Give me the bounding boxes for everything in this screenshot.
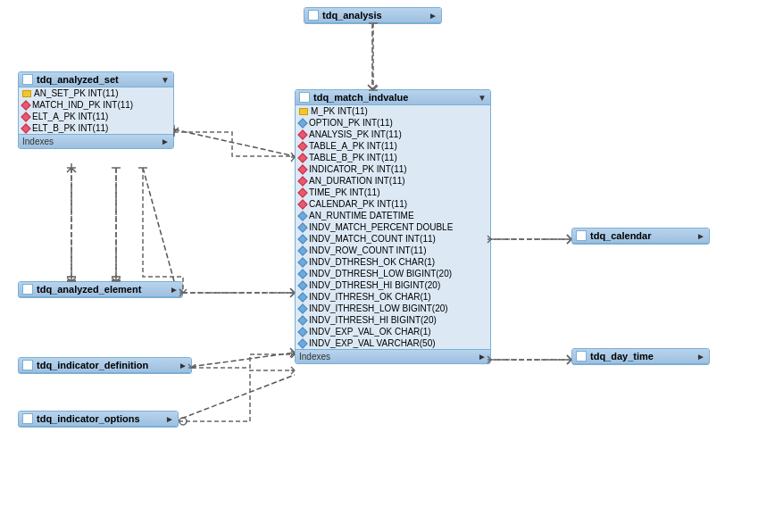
er-diagram-canvas: tdq_analysis ► tdq_analyzed_set ▼ AN_SET… [0,0,775,532]
field-row: INDV_ITHRESH_HI BIGINT(20) [296,314,490,326]
table-expand-arrow[interactable]: ► [429,11,438,21]
field-text: INDV_ROW_COUNT INT(11) [309,245,427,255]
field-row: ANALYSIS_PK INT(11) [296,129,490,140]
diamond-blue-icon [297,211,307,220]
table-expand-arrow[interactable]: ► [165,414,174,424]
diamond-blue-icon [297,118,307,128]
field-row: INDV_EXP_VAL VARCHAR(50) [296,337,490,349]
svg-line-85 [291,370,295,374]
diamond-blue-icon [297,222,307,232]
diamond-icon [297,129,307,139]
table-tdq-calendar[interactable]: tdq_calendar ► [571,228,710,245]
indexes-arrow[interactable]: ► [161,137,170,146]
table-tdq-analyzed-element[interactable]: tdq_analyzed_element ► [18,281,183,298]
field-text: INDV_ITHRESH_OK CHAR(1) [309,292,431,302]
indexes-arrow[interactable]: ► [478,352,487,362]
table-name: tdq_indicator_options [37,413,162,424]
table-tdq-analyzed-set[interactable]: tdq_analyzed_set ▼ AN_SET_PK INT(11) MAT… [18,71,174,149]
table-name: tdq_analysis [322,10,425,21]
field-text: TABLE_B_PK INT(11) [309,153,397,162]
diamond-blue-icon [297,234,307,244]
diamond-icon [297,141,307,151]
field-row: INDV_DTHRESH_HI BIGINT(20) [296,279,490,291]
field-text: INDV_ITHRESH_LOW BIGINT(20) [309,303,448,313]
diamond-icon [297,199,307,209]
table-tdq-indicator-options[interactable]: tdq_indicator_options ► [18,411,179,428]
field-text: ANALYSIS_PK INT(11) [309,129,402,139]
field-text: M_PK INT(11) [311,106,368,116]
field-row: INDV_EXP_VAL_OK CHAR(1) [296,326,490,337]
field-row: MATCH_IND_PK INT(11) [19,99,173,111]
diamond-blue-icon [297,280,307,290]
table-tdq-analysis[interactable]: tdq_analysis ► [304,7,442,24]
table-name: tdq_indicator_definition [37,360,175,370]
field-text: ELT_A_PK INT(11) [32,112,108,121]
table-expand-arrow[interactable]: ► [696,231,705,241]
table-expand-arrow[interactable]: ► [696,352,705,362]
field-row: INDICATOR_PK INT(11) [296,163,490,175]
field-row: INDV_MATCH_COUNT INT(11) [296,233,490,245]
field-row: INDV_ITHRESH_LOW BIGINT(20) [296,303,490,314]
field-row: OPTION_PK INT(11) [296,117,490,129]
table-sort-arrow[interactable]: ▼ [161,75,170,85]
svg-line-64 [183,289,187,293]
field-row: AN_SET_PK INT(11) [19,87,173,99]
svg-line-7 [174,128,179,132]
field-text: MATCH_IND_PK INT(11) [32,100,133,110]
diamond-blue-icon [297,327,307,337]
field-text: OPTION_PK INT(11) [309,118,393,128]
field-text: AN_SET_PK INT(11) [34,88,118,98]
table-icon [299,92,310,103]
table-tdq-day-time[interactable]: tdq_day_time ► [571,348,710,365]
table-sort-arrow[interactable]: ▼ [478,93,487,103]
indexes-label: Indexes [299,352,330,362]
field-text: INDV_EXP_VAL VARCHAR(50) [309,338,436,348]
diamond-icon [21,123,30,133]
key-icon [22,90,31,97]
diamond-blue-icon [297,292,307,302]
field-row: TABLE_A_PK INT(11) [296,140,490,152]
diamond-icon [21,100,30,110]
field-text: INDICATOR_PK INT(11) [309,164,407,174]
table-fields: M_PK INT(11) OPTION_PK INT(11) ANALYSIS_… [296,105,490,349]
svg-line-29 [183,353,295,368]
field-text: CALENDAR_PK INT(11) [309,199,407,209]
field-text: INDV_DTHRESH_HI BIGINT(20) [309,280,440,290]
table-icon [22,284,33,295]
field-row: ELT_B_PK INT(11) [19,122,173,134]
field-text: AN_DURATION INT(11) [309,176,405,186]
svg-line-78 [192,364,196,368]
field-row: INDV_DTHRESH_LOW BIGINT(20) [296,268,490,279]
field-text: INDV_EXP_VAL_OK CHAR(1) [309,327,431,337]
diamond-blue-icon [297,257,307,267]
table-tdq-indicator-definition[interactable]: tdq_indicator_definition ► [18,357,192,374]
table-name: tdq_calendar [590,230,693,241]
field-row: INDV_ROW_COUNT INT(11) [296,245,490,256]
field-text: TIME_PK INT(11) [309,187,379,197]
table-indexes[interactable]: Indexes ► [296,349,490,363]
table-name: tdq_analyzed_element [37,284,166,295]
table-icon [576,230,587,241]
table-expand-arrow[interactable]: ► [179,361,188,370]
field-row: AN_RUNTIME DATETIME [296,210,490,221]
field-row: TABLE_B_PK INT(11) [296,152,490,163]
table-name: tdq_match_indvalue [313,92,474,103]
table-icon [576,351,587,362]
field-text: TABLE_A_PK INT(11) [309,141,397,151]
field-text: INDV_MATCH_COUNT INT(11) [309,234,436,244]
svg-line-35 [174,375,295,421]
diamond-icon [297,153,307,162]
table-icon [22,413,33,424]
diamond-icon [21,112,30,121]
table-icon [308,10,319,21]
table-icon [22,74,33,85]
table-tdq-match-indvalue[interactable]: tdq_match_indvalue ▼ M_PK INT(11) OPTION… [295,89,491,364]
diamond-blue-icon [297,269,307,278]
diamond-blue-icon [297,338,307,348]
field-row: CALENDAR_PK INT(11) [296,198,490,210]
field-row: INDV_MATCH_PERCENT DOUBLE [296,221,490,233]
diamond-blue-icon [297,303,307,313]
table-indexes[interactable]: Indexes ► [19,134,173,148]
table-expand-arrow[interactable]: ► [170,285,179,295]
field-row: INDV_DTHRESH_OK CHAR(1) [296,256,490,268]
